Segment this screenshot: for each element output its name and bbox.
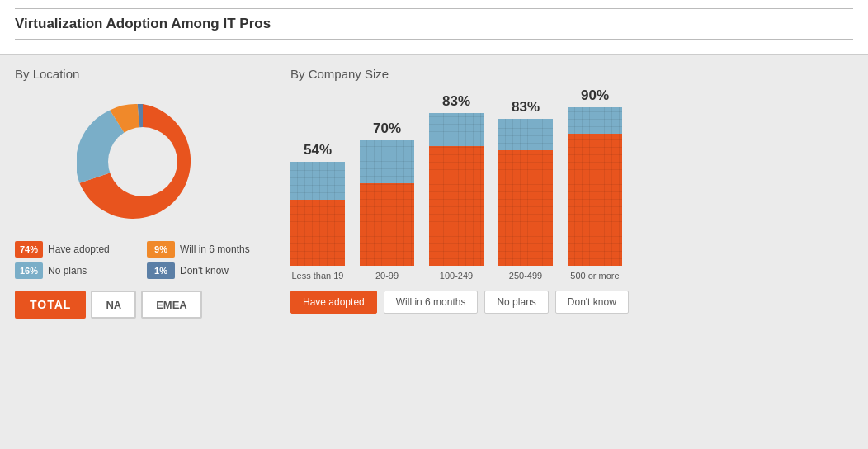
- legend-item-noplans: 16% No plans: [15, 262, 139, 279]
- legend-label-dontknow: Don't know: [180, 265, 229, 276]
- bar-stack-3: [498, 119, 553, 266]
- location-filter-buttons: TOTAL NA EMEA: [15, 291, 271, 319]
- bar-label-3: 250-499: [509, 271, 542, 281]
- bar-will-3: [498, 119, 553, 150]
- left-panel: By Location 74% Have: [15, 64, 271, 449]
- bar-adopted-3: [498, 150, 553, 266]
- right-panel: By Company Size 54% Less than 19 7: [271, 64, 853, 449]
- bar-label-4: 500 or more: [570, 271, 619, 281]
- bar-stack-2: [429, 113, 484, 266]
- bar-pct-0: 54%: [304, 142, 332, 158]
- bar-pct-2: 83%: [442, 93, 470, 110]
- bar-pct-4: 90%: [581, 87, 609, 104]
- bar-label-2: 100-249: [440, 271, 473, 281]
- chart-filter-row: Have adopted Will in 6 months No plans D…: [290, 291, 853, 314]
- bar-will-2: [429, 113, 484, 146]
- legend-item-adopted: 74% Have adopted: [15, 241, 139, 258]
- bar-group-4: 90% 500 or more: [568, 87, 622, 281]
- donut-hole: [108, 127, 177, 196]
- filter-btn-total[interactable]: TOTAL: [15, 291, 86, 319]
- main-content: By Location 74% Have: [0, 55, 868, 449]
- legend-badge-noplans: 16%: [15, 262, 43, 279]
- legend: 74% Have adopted 9% Will in 6 months 16%…: [15, 241, 271, 279]
- legend-item-will: 9% Will in 6 months: [147, 241, 271, 258]
- chart-filter-will[interactable]: Will in 6 months: [384, 291, 479, 314]
- bar-pct-3: 83%: [512, 99, 540, 116]
- bar-group-1: 70% 20-99: [360, 121, 414, 281]
- chart-filter-dontknow[interactable]: Don't know: [555, 291, 629, 314]
- legend-label-adopted: Have adopted: [48, 243, 110, 255]
- company-section-title: By Company Size: [290, 67, 853, 81]
- bar-group-2: 83% 100-249: [429, 93, 484, 281]
- donut-chart-area: [15, 87, 271, 236]
- location-section-title: By Location: [15, 67, 271, 81]
- legend-badge-adopted: 74%: [15, 241, 43, 258]
- bar-adopted-1: [360, 183, 414, 266]
- legend-badge-dontknow: 1%: [147, 262, 175, 279]
- legend-item-dontknow: 1% Don't know: [147, 262, 271, 279]
- bar-adopted-0: [290, 200, 345, 266]
- filter-btn-na[interactable]: NA: [91, 291, 136, 319]
- bar-chart-area: 54% Less than 19 70%: [290, 87, 853, 449]
- bar-label-0: Less than 19: [292, 271, 344, 281]
- chart-filter-noplans[interactable]: No plans: [484, 291, 548, 314]
- bar-chart-bars: 54% Less than 19 70%: [290, 91, 853, 281]
- legend-label-noplans: No plans: [48, 265, 87, 276]
- bar-stack-1: [360, 140, 414, 266]
- bar-stack-0: [290, 162, 345, 266]
- bar-adopted-4: [568, 134, 622, 266]
- legend-badge-will: 9%: [147, 241, 175, 258]
- bar-will-0: [290, 162, 345, 200]
- bar-label-1: 20-99: [375, 271, 399, 281]
- bar-group-0: 54% Less than 19: [290, 142, 345, 281]
- donut-chart: [77, 96, 209, 228]
- page-title: Virtualization Adoption Among IT Pros: [15, 16, 271, 31]
- bar-pct-1: 70%: [373, 121, 401, 137]
- bar-will-1: [360, 140, 414, 183]
- legend-label-will: Will in 6 months: [180, 243, 250, 255]
- chart-filter-adopted[interactable]: Have adopted: [290, 291, 377, 314]
- page-header: Virtualization Adoption Among IT Pros: [0, 0, 868, 55]
- bar-adopted-2: [429, 146, 484, 266]
- bar-stack-4: [568, 107, 622, 266]
- bar-will-4: [568, 107, 622, 134]
- bar-group-3: 83% 250-499: [498, 99, 553, 281]
- page-container: Virtualization Adoption Among IT Pros By…: [0, 0, 868, 449]
- filter-btn-emea[interactable]: EMEA: [141, 291, 202, 319]
